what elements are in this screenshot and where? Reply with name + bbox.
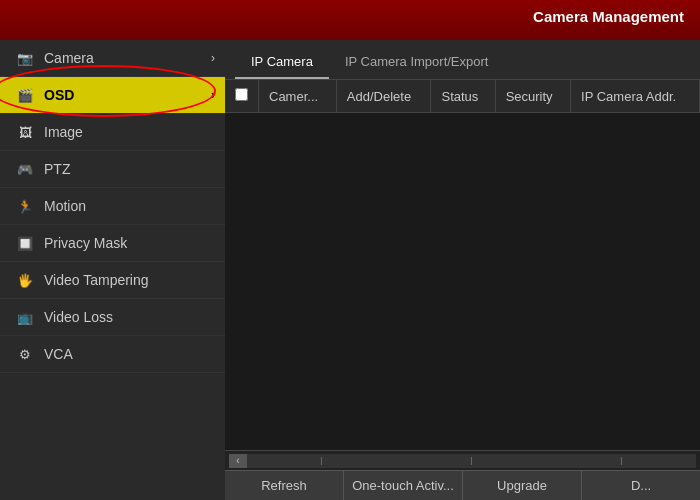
image-icon: 🖼 — [14, 125, 36, 140]
col-header-camera: Camer... — [259, 80, 337, 113]
scroll-track[interactable] — [247, 454, 696, 468]
ip-camera-table: Camer... Add/Delete Status Security IP C — [225, 80, 700, 113]
sidebar-item-motion[interactable]: 🏃 Motion — [0, 188, 225, 225]
col-header-status: Status — [431, 80, 495, 113]
scrollbar-area[interactable]: ‹ — [225, 450, 700, 470]
sidebar-item-vca[interactable]: ⚙ VCA — [0, 336, 225, 373]
scroll-marker-1 — [321, 457, 322, 465]
sidebar-label-camera: Camera — [44, 50, 94, 66]
vca-icon: ⚙ — [14, 347, 36, 362]
sidebar-label-video-loss: Video Loss — [44, 309, 113, 325]
sidebar-label-motion: Motion — [44, 198, 86, 214]
camera-icon: 📷 — [14, 51, 36, 66]
select-all-checkbox[interactable] — [235, 88, 248, 101]
bottom-bar: Refresh One-touch Activ... Upgrade D... — [225, 470, 700, 500]
video-tampering-icon: 🖐 — [14, 273, 36, 288]
col-header-security: Security — [495, 80, 570, 113]
sidebar-item-image[interactable]: 🖼 Image — [0, 114, 225, 151]
refresh-button[interactable]: Refresh — [225, 471, 344, 500]
content-area: IP Camera IP Camera Import/Export Camer.… — [225, 40, 700, 500]
scroll-left-button[interactable]: ‹ — [229, 454, 247, 468]
sidebar-label-privacy-mask: Privacy Mask — [44, 235, 127, 251]
tab-ip-camera-label: IP Camera — [251, 54, 313, 69]
sidebar-item-osd[interactable]: 🎬 OSD › — [0, 77, 225, 114]
upgrade-button[interactable]: Upgrade — [463, 471, 582, 500]
sidebar-item-privacy-mask[interactable]: 🔲 Privacy Mask — [0, 225, 225, 262]
osd-arrow-icon: › — [211, 88, 215, 102]
sidebar-label-video-tampering: Video Tampering — [44, 272, 149, 288]
sidebar-label-ptz: PTZ — [44, 161, 70, 177]
one-touch-button[interactable]: One-touch Activ... — [344, 471, 463, 500]
sidebar-item-camera[interactable]: 📷 Camera › — [0, 40, 225, 77]
table-container: Camer... Add/Delete Status Security IP C — [225, 80, 700, 450]
scroll-marker-2 — [471, 457, 472, 465]
col-header-add-delete: Add/Delete — [336, 80, 431, 113]
tab-bar: IP Camera IP Camera Import/Export — [225, 40, 700, 80]
sidebar-item-video-tampering[interactable]: 🖐 Video Tampering — [0, 262, 225, 299]
col-header-checkbox — [225, 80, 259, 113]
sidebar-label-image: Image — [44, 124, 83, 140]
sidebar-label-vca: VCA — [44, 346, 73, 362]
sidebar-item-ptz[interactable]: 🎮 PTZ — [0, 151, 225, 188]
motion-icon: 🏃 — [14, 199, 36, 214]
osd-icon: 🎬 — [14, 88, 36, 103]
sidebar: 📷 Camera › 🎬 OSD › 🖼 Image 🎮 PTZ 🏃 Motio… — [0, 40, 225, 500]
tab-ip-camera-import-export[interactable]: IP Camera Import/Export — [329, 46, 505, 79]
arrow-icon: › — [211, 51, 215, 65]
scroll-marker-3 — [621, 457, 622, 465]
sidebar-label-osd: OSD — [44, 87, 74, 103]
delete-button[interactable]: D... — [582, 471, 700, 500]
title-bar: Camera Management — [0, 0, 700, 40]
tab-import-export-label: IP Camera Import/Export — [345, 54, 489, 69]
ptz-icon: 🎮 — [14, 162, 36, 177]
video-loss-icon: 📺 — [14, 310, 36, 325]
sidebar-item-video-loss[interactable]: 📺 Video Loss — [0, 299, 225, 336]
privacy-mask-icon: 🔲 — [14, 236, 36, 251]
title-label: Camera Management — [533, 8, 684, 25]
tab-ip-camera[interactable]: IP Camera — [235, 46, 329, 79]
col-header-ip-address: IP Camera Addr. — [571, 80, 700, 113]
